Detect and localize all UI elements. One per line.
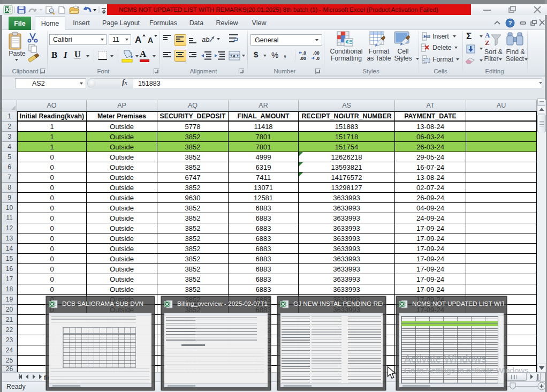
svg-text:.0: .0 (316, 56, 320, 61)
svg-text:ab: ab (202, 35, 209, 43)
svg-text:.00: .00 (300, 56, 306, 61)
svg-text:A: A (135, 35, 141, 45)
svg-text:A: A (148, 36, 153, 44)
svg-text:Z: Z (485, 39, 490, 47)
svg-text:.0: .0 (302, 50, 306, 56)
svg-text:A: A (485, 31, 490, 39)
svg-text:.00: .00 (313, 50, 320, 56)
svg-text:?: ? (508, 20, 512, 26)
svg-text:a: a (233, 53, 235, 58)
